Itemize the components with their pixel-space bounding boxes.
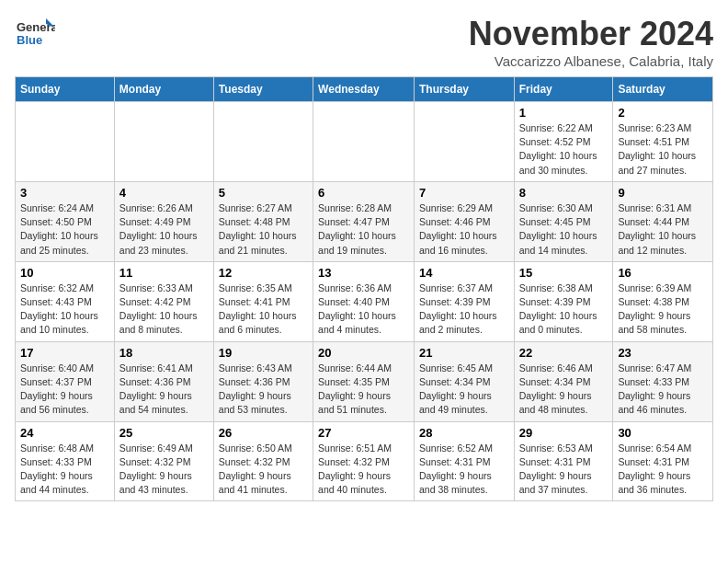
week-row-4: 17Sunrise: 6:40 AM Sunset: 4:37 PM Dayli… (16, 341, 713, 421)
day-info: Sunrise: 6:51 AM Sunset: 4:32 PM Dayligh… (318, 442, 409, 498)
day-cell: 25Sunrise: 6:49 AM Sunset: 4:32 PM Dayli… (114, 421, 213, 501)
day-info: Sunrise: 6:53 AM Sunset: 4:31 PM Dayligh… (519, 442, 609, 498)
day-number: 15 (519, 266, 609, 280)
day-info: Sunrise: 6:49 AM Sunset: 4:32 PM Dayligh… (119, 442, 209, 498)
logo-svg: General Blue (15, 15, 55, 55)
week-row-3: 10Sunrise: 6:32 AM Sunset: 4:43 PM Dayli… (16, 261, 713, 341)
day-cell: 29Sunrise: 6:53 AM Sunset: 4:31 PM Dayli… (514, 421, 613, 501)
day-info: Sunrise: 6:47 AM Sunset: 4:33 PM Dayligh… (618, 362, 708, 418)
day-number: 4 (119, 186, 209, 200)
day-number: 1 (519, 106, 609, 120)
title-block: November 2024 Vaccarizzo Albanese, Calab… (469, 15, 713, 69)
day-cell: 22Sunrise: 6:46 AM Sunset: 4:34 PM Dayli… (514, 341, 613, 421)
day-number: 21 (419, 346, 509, 360)
day-info: Sunrise: 6:36 AM Sunset: 4:40 PM Dayligh… (318, 282, 409, 338)
day-cell: 19Sunrise: 6:43 AM Sunset: 4:36 PM Dayli… (213, 341, 313, 421)
day-cell (16, 102, 115, 182)
day-cell: 30Sunrise: 6:54 AM Sunset: 4:31 PM Dayli… (613, 421, 713, 501)
day-number: 17 (20, 346, 109, 360)
header: General Blue November 2024 Vaccarizzo Al… (15, 15, 713, 69)
day-info: Sunrise: 6:22 AM Sunset: 4:52 PM Dayligh… (519, 121, 609, 178)
day-info: Sunrise: 6:37 AM Sunset: 4:39 PM Dayligh… (419, 282, 509, 338)
day-number: 14 (419, 266, 509, 280)
day-cell: 14Sunrise: 6:37 AM Sunset: 4:39 PM Dayli… (414, 261, 514, 341)
day-cell: 18Sunrise: 6:41 AM Sunset: 4:36 PM Dayli… (114, 341, 213, 421)
location-subtitle: Vaccarizzo Albanese, Calabria, Italy (469, 53, 713, 69)
week-row-2: 3Sunrise: 6:24 AM Sunset: 4:50 PM Daylig… (16, 181, 713, 261)
day-info: Sunrise: 6:41 AM Sunset: 4:36 PM Dayligh… (119, 362, 209, 418)
day-info: Sunrise: 6:30 AM Sunset: 4:45 PM Dayligh… (519, 201, 609, 258)
day-cell: 6Sunrise: 6:28 AM Sunset: 4:47 PM Daylig… (313, 181, 415, 261)
day-cell: 12Sunrise: 6:35 AM Sunset: 4:41 PM Dayli… (213, 261, 313, 341)
day-number: 18 (119, 346, 209, 360)
col-header-wednesday: Wednesday (313, 77, 415, 102)
day-info: Sunrise: 6:50 AM Sunset: 4:32 PM Dayligh… (219, 442, 308, 498)
day-info: Sunrise: 6:26 AM Sunset: 4:49 PM Dayligh… (119, 201, 209, 258)
day-number: 13 (318, 266, 409, 280)
day-number: 26 (219, 426, 308, 440)
col-header-thursday: Thursday (414, 77, 514, 102)
day-cell: 16Sunrise: 6:39 AM Sunset: 4:38 PM Dayli… (613, 261, 713, 341)
day-cell: 10Sunrise: 6:32 AM Sunset: 4:43 PM Dayli… (16, 261, 115, 341)
week-row-5: 24Sunrise: 6:48 AM Sunset: 4:33 PM Dayli… (16, 421, 713, 501)
day-info: Sunrise: 6:43 AM Sunset: 4:36 PM Dayligh… (219, 362, 308, 418)
day-info: Sunrise: 6:48 AM Sunset: 4:33 PM Dayligh… (20, 442, 109, 498)
day-number: 25 (119, 426, 209, 440)
day-cell: 3Sunrise: 6:24 AM Sunset: 4:50 PM Daylig… (16, 181, 115, 261)
day-number: 2 (618, 106, 708, 120)
day-cell: 20Sunrise: 6:44 AM Sunset: 4:35 PM Dayli… (313, 341, 415, 421)
week-row-1: 1Sunrise: 6:22 AM Sunset: 4:52 PM Daylig… (16, 102, 713, 182)
day-info: Sunrise: 6:38 AM Sunset: 4:39 PM Dayligh… (519, 282, 609, 338)
day-cell: 26Sunrise: 6:50 AM Sunset: 4:32 PM Dayli… (213, 421, 313, 501)
day-cell: 15Sunrise: 6:38 AM Sunset: 4:39 PM Dayli… (514, 261, 613, 341)
day-cell: 2Sunrise: 6:23 AM Sunset: 4:51 PM Daylig… (613, 102, 713, 182)
day-cell: 8Sunrise: 6:30 AM Sunset: 4:45 PM Daylig… (514, 181, 613, 261)
day-cell: 9Sunrise: 6:31 AM Sunset: 4:44 PM Daylig… (613, 181, 713, 261)
day-number: 8 (519, 186, 609, 200)
day-info: Sunrise: 6:40 AM Sunset: 4:37 PM Dayligh… (20, 362, 109, 418)
day-info: Sunrise: 6:35 AM Sunset: 4:41 PM Dayligh… (219, 282, 308, 338)
day-number: 9 (618, 186, 708, 200)
day-info: Sunrise: 6:54 AM Sunset: 4:31 PM Dayligh… (618, 442, 708, 498)
day-number: 23 (618, 346, 708, 360)
day-cell: 24Sunrise: 6:48 AM Sunset: 4:33 PM Dayli… (16, 421, 115, 501)
svg-text:Blue: Blue (17, 33, 42, 47)
day-number: 3 (20, 186, 109, 200)
day-cell (313, 102, 415, 182)
day-number: 19 (219, 346, 308, 360)
day-info: Sunrise: 6:24 AM Sunset: 4:50 PM Dayligh… (20, 201, 109, 258)
day-cell: 17Sunrise: 6:40 AM Sunset: 4:37 PM Dayli… (16, 341, 115, 421)
day-number: 16 (618, 266, 708, 280)
day-number: 28 (419, 426, 509, 440)
day-info: Sunrise: 6:46 AM Sunset: 4:34 PM Dayligh… (519, 362, 609, 418)
day-cell: 4Sunrise: 6:26 AM Sunset: 4:49 PM Daylig… (114, 181, 213, 261)
day-cell (213, 102, 313, 182)
col-header-friday: Friday (514, 77, 613, 102)
day-info: Sunrise: 6:33 AM Sunset: 4:42 PM Dayligh… (119, 282, 209, 338)
day-number: 30 (618, 426, 708, 440)
day-info: Sunrise: 6:52 AM Sunset: 4:31 PM Dayligh… (419, 442, 509, 498)
col-header-sunday: Sunday (16, 77, 115, 102)
day-number: 6 (318, 186, 409, 200)
logo: General Blue (15, 15, 55, 55)
day-info: Sunrise: 6:28 AM Sunset: 4:47 PM Dayligh… (318, 201, 409, 258)
day-number: 24 (20, 426, 109, 440)
day-cell: 11Sunrise: 6:33 AM Sunset: 4:42 PM Dayli… (114, 261, 213, 341)
day-info: Sunrise: 6:39 AM Sunset: 4:38 PM Dayligh… (618, 282, 708, 338)
day-cell: 1Sunrise: 6:22 AM Sunset: 4:52 PM Daylig… (514, 102, 613, 182)
day-cell: 5Sunrise: 6:27 AM Sunset: 4:48 PM Daylig… (213, 181, 313, 261)
col-header-tuesday: Tuesday (213, 77, 313, 102)
header-row: SundayMondayTuesdayWednesdayThursdayFrid… (16, 77, 713, 102)
day-number: 27 (318, 426, 409, 440)
day-info: Sunrise: 6:23 AM Sunset: 4:51 PM Dayligh… (618, 121, 708, 178)
day-cell: 7Sunrise: 6:29 AM Sunset: 4:46 PM Daylig… (414, 181, 514, 261)
day-cell: 27Sunrise: 6:51 AM Sunset: 4:32 PM Dayli… (313, 421, 415, 501)
calendar-table: SundayMondayTuesdayWednesdayThursdayFrid… (15, 76, 713, 501)
day-cell: 28Sunrise: 6:52 AM Sunset: 4:31 PM Dayli… (414, 421, 514, 501)
day-cell: 13Sunrise: 6:36 AM Sunset: 4:40 PM Dayli… (313, 261, 415, 341)
day-number: 7 (419, 186, 509, 200)
day-info: Sunrise: 6:27 AM Sunset: 4:48 PM Dayligh… (219, 201, 308, 258)
day-cell (114, 102, 213, 182)
col-header-saturday: Saturday (613, 77, 713, 102)
day-info: Sunrise: 6:29 AM Sunset: 4:46 PM Dayligh… (419, 201, 509, 258)
